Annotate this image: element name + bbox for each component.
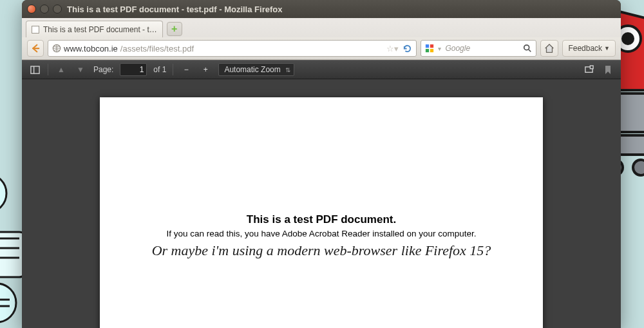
page-number-input[interactable] bbox=[120, 63, 147, 76]
pdf-viewport[interactable]: This is a test PDF document. If you can … bbox=[22, 79, 621, 328]
reload-icon[interactable] bbox=[402, 44, 412, 53]
prev-page-button[interactable]: ▲ bbox=[55, 63, 68, 76]
svg-point-3 bbox=[0, 284, 16, 322]
presentation-button[interactable] bbox=[582, 63, 595, 76]
plus-icon: + bbox=[171, 23, 177, 35]
url-path: /assets/files/test.pdf bbox=[120, 44, 194, 53]
pdf-toolbar: ▲ ▼ Page: of 1 − + Automatic Zoom bbox=[22, 60, 621, 79]
arrow-down-icon: ▼ bbox=[77, 65, 84, 74]
page-label: Page: bbox=[93, 65, 113, 74]
chevron-down-icon: ▼ bbox=[604, 45, 610, 52]
doc-heading: This is a test PDF document. bbox=[119, 213, 524, 226]
arrow-up-icon: ▲ bbox=[57, 65, 65, 74]
arrow-left-icon bbox=[30, 43, 41, 54]
window-maximize-button[interactable] bbox=[53, 5, 62, 14]
doc-line-2: Or maybe i'm using a modern web-browser … bbox=[119, 242, 524, 259]
svg-rect-18 bbox=[30, 66, 39, 73]
pdf-page: This is a test PDF document. If you can … bbox=[100, 97, 543, 328]
browser-window: This is a test PDF document - test.pdf -… bbox=[22, 0, 621, 328]
zoom-level-label: Automatic Zoom bbox=[224, 65, 280, 74]
sidebar-toggle-button[interactable] bbox=[28, 63, 41, 76]
tab-label: This is a test PDF document - t… bbox=[43, 25, 157, 34]
url-bar[interactable]: www.tobcon.ie/assets/files/test.pdf ☆▾ bbox=[48, 40, 417, 57]
home-button[interactable] bbox=[540, 40, 558, 57]
window-close-button[interactable] bbox=[27, 5, 36, 14]
bookmark-icon bbox=[604, 65, 612, 75]
svg-rect-21 bbox=[590, 65, 593, 68]
nav-toolbar: www.tobcon.ie/assets/files/test.pdf ☆▾ ▾… bbox=[22, 37, 621, 59]
globe-icon bbox=[52, 44, 61, 53]
bookmark-button[interactable] bbox=[601, 63, 614, 76]
svg-rect-15 bbox=[430, 49, 433, 52]
plus-icon: + bbox=[204, 65, 208, 74]
next-page-button[interactable]: ▼ bbox=[74, 63, 87, 76]
search-icon[interactable] bbox=[523, 44, 532, 53]
svg-point-6 bbox=[623, 34, 633, 44]
page-icon bbox=[32, 26, 39, 34]
svg-point-0 bbox=[0, 174, 6, 213]
feedback-button[interactable]: Feedback ▼ bbox=[562, 40, 616, 57]
svg-point-10 bbox=[633, 160, 644, 175]
window-title: This is a test PDF document - test.pdf -… bbox=[67, 5, 282, 14]
search-placeholder: Google bbox=[445, 44, 470, 53]
zoom-in-button[interactable]: + bbox=[199, 63, 212, 76]
doc-line-1: If you can read this, you have Adobe Acr… bbox=[119, 229, 524, 238]
google-icon bbox=[425, 44, 434, 53]
sidebar-icon bbox=[30, 65, 40, 75]
url-host: www.tobcon.ie bbox=[64, 44, 118, 53]
svg-line-17 bbox=[529, 50, 531, 52]
new-tab-button[interactable]: + bbox=[167, 22, 182, 36]
tab-strip: This is a test PDF document - t… + bbox=[22, 18, 621, 37]
window-titlebar[interactable]: This is a test PDF document - test.pdf -… bbox=[22, 0, 621, 18]
browser-chrome: This is a test PDF document - t… + www.t… bbox=[22, 18, 621, 60]
window-buttons bbox=[27, 5, 62, 14]
feedback-label: Feedback bbox=[568, 44, 602, 53]
tab-active[interactable]: This is a test PDF document - t… bbox=[26, 21, 163, 37]
bookmark-star-icon[interactable]: ☆▾ bbox=[386, 44, 399, 53]
zoom-out-button[interactable]: − bbox=[180, 63, 193, 76]
home-icon bbox=[544, 43, 555, 54]
back-button[interactable] bbox=[27, 40, 44, 57]
page-count: of 1 bbox=[153, 65, 166, 74]
svg-rect-13 bbox=[430, 44, 433, 48]
search-bar[interactable]: ▾ Google bbox=[421, 40, 536, 57]
svg-rect-14 bbox=[426, 49, 429, 52]
svg-point-16 bbox=[524, 45, 529, 50]
svg-rect-12 bbox=[426, 44, 429, 48]
minus-icon: − bbox=[184, 65, 189, 74]
zoom-select[interactable]: Automatic Zoom bbox=[218, 63, 294, 76]
window-minimize-button[interactable] bbox=[40, 5, 49, 14]
presentation-icon bbox=[584, 65, 594, 75]
